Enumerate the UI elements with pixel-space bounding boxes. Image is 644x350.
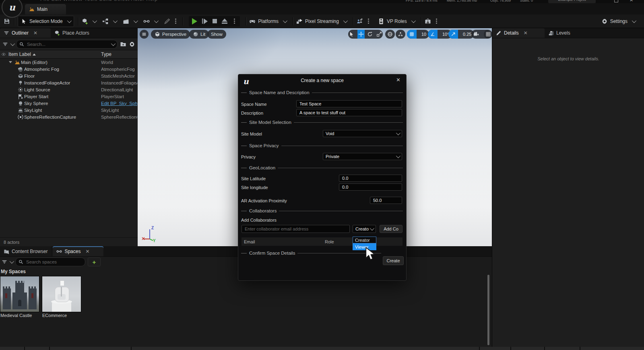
surface-snapping-button[interactable] [396, 30, 405, 39]
perspective-label: Perspective [162, 32, 186, 37]
add-space-button[interactable]: + [88, 257, 101, 266]
tab-spaces[interactable]: Spaces ✕ [53, 246, 103, 256]
new-folder-icon[interactable] [120, 41, 126, 47]
camera-speed-button[interactable] [471, 30, 481, 39]
sequencer-button[interactable] [140, 16, 161, 27]
close-outliner-tab-icon[interactable]: ✕ [33, 30, 37, 36]
multi-user-button[interactable] [353, 16, 366, 27]
selection-mode-dropdown[interactable]: Selection Mode [18, 16, 74, 27]
virtual-camera-dots[interactable] [436, 21, 437, 22]
outliner-row-skylight[interactable]: SkyLightSkyLight [0, 107, 138, 113]
scale-snap-button[interactable] [448, 30, 458, 39]
outliner-row-atmospheric-fog[interactable]: Atmospheric FogAtmosphericFog [0, 66, 138, 72]
select-tool-button[interactable] [348, 30, 355, 39]
description-field[interactable] [296, 109, 402, 116]
tab-place-actors[interactable]: Place Actors [51, 28, 93, 38]
close-spaces-tab-icon[interactable]: ✕ [85, 249, 89, 254]
content-browser-icon [4, 249, 9, 254]
column-type-label[interactable]: Type [101, 51, 111, 57]
move-tool-button[interactable] [357, 30, 365, 39]
svg-text:Y: Y [153, 239, 156, 242]
bottom-panel-scrollbar[interactable] [487, 275, 489, 345]
show-dropdown[interactable]: Show [207, 30, 226, 39]
spaces-search-input[interactable] [25, 259, 73, 265]
world-space-button[interactable] [385, 30, 395, 39]
rotate-tool-button[interactable] [367, 30, 374, 39]
create-space-button[interactable]: Create [383, 256, 404, 265]
outliner-settings-icon[interactable] [129, 41, 135, 47]
outliner-row-player-start[interactable]: Player StartPlayerStart [0, 93, 138, 100]
outliner-row-instancedfoliageactor[interactable]: InstancedFoliageActorInstancedFoliageA [0, 79, 138, 86]
lit-dropdown[interactable]: Lit [189, 30, 209, 39]
role-select[interactable]: Creato [353, 225, 376, 233]
expand-caret-icon[interactable] [9, 61, 12, 63]
editor-modes-button[interactable] [161, 16, 173, 27]
filter-chevron-icon[interactable] [10, 41, 15, 46]
frame-skip-button[interactable] [202, 19, 208, 24]
floor-icon [18, 73, 23, 79]
spaces-search[interactable] [15, 257, 85, 266]
pixel-streaming-dropdown[interactable]: Pixel Streaming [293, 16, 350, 27]
stat-mem: Mem: 1,785.56 mb [447, 0, 477, 2]
vp-roles-dropdown[interactable]: VP Roles [375, 16, 418, 27]
column-item-label[interactable]: Item Label [8, 51, 31, 57]
ar-proximity-field[interactable] [370, 197, 402, 204]
eject-button[interactable] [222, 19, 227, 24]
snap-icon [398, 31, 403, 37]
spaces-filter-chevron-icon[interactable] [10, 259, 14, 264]
outliner-row-light-source[interactable]: Light SourceDirectionalLight [0, 86, 138, 93]
close-details-tab-icon[interactable]: ✕ [524, 30, 528, 36]
close-window-button[interactable]: ✕ [630, 0, 633, 3]
add-actor-button[interactable] [78, 16, 99, 27]
site-longitude-field[interactable] [339, 183, 402, 191]
spaces-filter-icon[interactable] [2, 259, 7, 265]
outliner-item-label: SphereReflectionCapture [24, 115, 76, 119]
tab-levels[interactable]: Levels [545, 28, 574, 38]
filter-icon[interactable] [2, 41, 8, 47]
space-name-field[interactable] [296, 100, 402, 107]
outliner-item-type[interactable]: Edit BP_Sky_Sphe [101, 101, 137, 106]
tab-main-level[interactable]: Main [25, 4, 66, 14]
collaborator-email-field[interactable] [242, 225, 350, 233]
perspective-dropdown[interactable]: Perspective [151, 30, 190, 39]
grid-snap-button[interactable] [407, 30, 417, 39]
angle-snap-button[interactable] [428, 30, 438, 39]
outliner-row-floor[interactable]: FloorStaticMeshActor [0, 72, 138, 79]
menu-bar[interactable]: File Edit Window Tools Build Select Acto… [40, 0, 158, 2]
sphere-icon [18, 101, 23, 106]
visibility-column-icon[interactable] [1, 52, 6, 57]
outliner-row-sky-sphere[interactable]: Sky SphereEdit BP_Sky_Sphe [0, 100, 138, 107]
virtual-camera-button[interactable] [421, 16, 434, 27]
dialog-close-icon[interactable]: ✕ [396, 77, 400, 83]
outliner-search-input[interactable] [26, 41, 96, 47]
outliner-row-spherereflectioncapture[interactable]: SphereReflectionCaptureSphereReflectionC [0, 113, 138, 120]
cinematics-button[interactable] [120, 16, 140, 27]
space-card-ecommerce[interactable]: ECommerce [42, 276, 81, 319]
site-model-select[interactable]: Void [323, 130, 402, 137]
tab-details[interactable]: Details ✕ [492, 28, 545, 38]
role-option-creator[interactable]: Creator [353, 237, 376, 243]
search-options-chevron-icon[interactable] [111, 41, 116, 46]
outliner-search[interactable] [16, 40, 118, 49]
site-latitude-field[interactable] [339, 175, 402, 182]
scale-tool-button[interactable] [376, 30, 383, 39]
viewport-menu-button[interactable] [140, 30, 149, 39]
toolbar-overflow-dots[interactable] [175, 21, 176, 22]
outliner-row-main-editor-[interactable]: Main (Editor)World [0, 59, 138, 66]
save-icon[interactable] [4, 18, 10, 25]
play-options-dots[interactable] [234, 21, 235, 22]
blueprints-button[interactable] [99, 16, 120, 27]
play-button[interactable] [192, 18, 197, 25]
platforms-dropdown[interactable]: Platforms [246, 16, 289, 27]
maximize-viewport-button[interactable] [484, 30, 492, 39]
add-collaborator-button[interactable]: Add Co [380, 225, 402, 233]
privacy-select[interactable]: Private [323, 153, 402, 160]
multi-user-dots[interactable] [368, 21, 369, 22]
maximize-button[interactable] [614, 0, 618, 2]
stop-button[interactable] [213, 19, 217, 23]
tab-outliner[interactable]: Outliner ✕ [0, 28, 51, 38]
space-card-medieval-castle[interactable]: Medieval Castle [0, 276, 39, 319]
sort-ascending-icon[interactable] [33, 54, 36, 56]
tab-content-browser[interactable]: Content Browser [0, 246, 51, 256]
settings-dropdown[interactable]: Settings [598, 16, 638, 27]
